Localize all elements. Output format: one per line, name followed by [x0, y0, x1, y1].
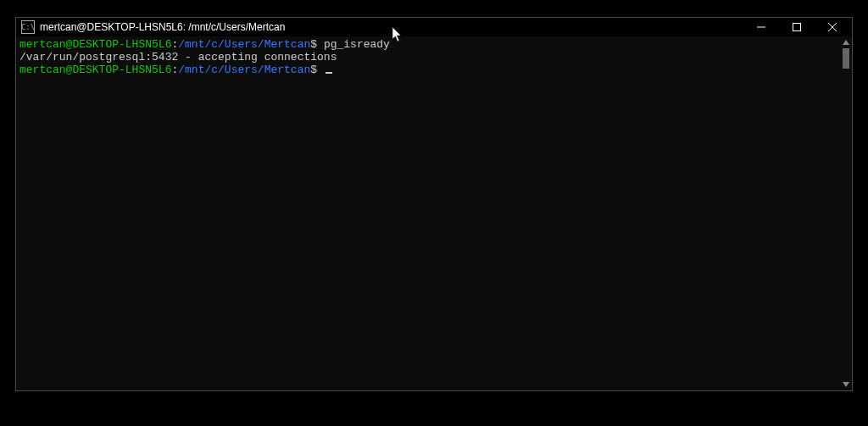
close-button[interactable]: [815, 18, 850, 36]
window-title: mertcan@DESKTOP-LHSN5L6: /mnt/c/Users/Me…: [40, 21, 743, 33]
cwd-path: /mnt/c/Users/Mertcan: [178, 38, 310, 51]
scrollbar[interactable]: [840, 36, 852, 390]
minimize-button[interactable]: [743, 18, 779, 36]
user-host: mertcan@DESKTOP-LHSN5L6: [19, 38, 171, 51]
output-line: /var/run/postgresql:5432 - accepting con…: [19, 51, 849, 64]
svg-rect-1: [793, 24, 801, 31]
command-text: pg_isready: [324, 38, 390, 51]
window-controls: [743, 18, 850, 36]
scroll-up-icon[interactable]: [840, 36, 852, 48]
terminal-icon: C:\: [21, 20, 35, 34]
terminal-body[interactable]: mertcan@DESKTOP-LHSN5L6:/mnt/c/Users/Mer…: [16, 36, 852, 390]
titlebar[interactable]: C:\ mertcan@DESKTOP-LHSN5L6: /mnt/c/User…: [16, 18, 852, 36]
cwd-path: /mnt/c/Users/Mertcan: [178, 64, 310, 76]
svg-marker-4: [843, 40, 849, 45]
user-host: mertcan@DESKTOP-LHSN5L6: [19, 64, 171, 76]
mouse-cursor-icon: [392, 27, 403, 42]
terminal-window: C:\ mertcan@DESKTOP-LHSN5L6: /mnt/c/User…: [15, 17, 853, 391]
maximize-button[interactable]: [779, 18, 815, 36]
scroll-down-icon[interactable]: [840, 379, 852, 390]
cursor: [326, 72, 332, 74]
svg-marker-6: [392, 27, 401, 41]
svg-marker-5: [843, 382, 849, 387]
prompt-line: mertcan@DESKTOP-LHSN5L6:/mnt/c/Users/Mer…: [19, 64, 849, 76]
prompt-line: mertcan@DESKTOP-LHSN5L6:/mnt/c/Users/Mer…: [19, 38, 849, 51]
scroll-thumb[interactable]: [843, 48, 849, 69]
